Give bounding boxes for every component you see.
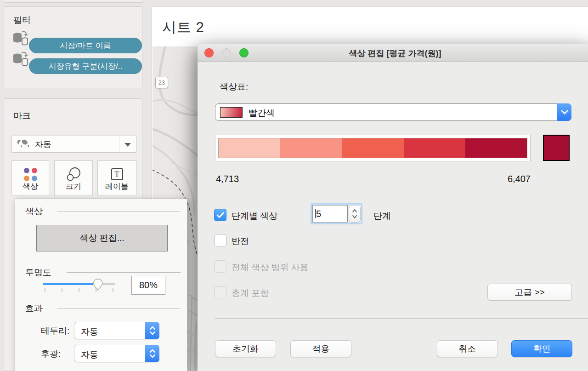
filter-shelf-title: 필터 bbox=[13, 14, 31, 26]
full-color-range-checkbox bbox=[214, 260, 226, 273]
opacity-slider-thumb[interactable] bbox=[93, 279, 103, 292]
slider-tick bbox=[79, 288, 79, 292]
popup-color-section-title: 색상 bbox=[25, 205, 43, 217]
ok-button[interactable]: 확인 bbox=[511, 340, 572, 357]
opacity-slider-fill bbox=[43, 283, 98, 285]
datasource-filter-icon bbox=[11, 51, 29, 68]
reversed-checkbox[interactable] bbox=[214, 234, 226, 246]
marks-color-label: 색상 bbox=[23, 181, 38, 192]
slider-tick bbox=[45, 288, 45, 292]
reversed-label: 반전 bbox=[232, 235, 249, 247]
stepped-color-checkbox[interactable] bbox=[214, 209, 226, 221]
mark-type-value: 자동 bbox=[35, 139, 51, 150]
ok-button-label: 확인 bbox=[533, 343, 551, 355]
color-options-popup: 색상 색상 편집... 투명도 80% 효과 테두리: 자동 후광: 자동 bbox=[15, 199, 187, 371]
slider-tick bbox=[62, 288, 62, 292]
sidebar-card-sliver bbox=[4, 0, 142, 3]
marks-label-label: 레이블 bbox=[105, 181, 129, 192]
dialog-titlebar[interactable]: 색상 편집 [평균 가격(원)] bbox=[198, 44, 588, 62]
divider bbox=[67, 272, 181, 273]
palette-label: 색상표: bbox=[220, 81, 248, 93]
stepped-color-label: 단계별 색상 bbox=[232, 210, 277, 222]
filter-pill-label: 시장유형 구분(시장/.. bbox=[49, 61, 123, 72]
apply-button[interactable]: 적용 bbox=[290, 340, 351, 357]
cancel-button[interactable]: 취소 bbox=[437, 340, 498, 357]
check-icon bbox=[216, 212, 224, 218]
sheet-title: 시트 2 bbox=[162, 18, 204, 37]
popup-opacity-section-title: 투명도 bbox=[25, 267, 51, 279]
dialog-title: 색상 편집 [평균 가격(원)] bbox=[198, 48, 588, 59]
filter-pill-label: 시장/마트 이름 bbox=[60, 40, 111, 51]
marks-color-button[interactable]: 색상 bbox=[11, 160, 49, 195]
border-effect-dropdown[interactable]: 자동 bbox=[74, 322, 159, 339]
chevron-down-icon bbox=[124, 143, 131, 147]
advanced-button[interactable]: 고급 >> bbox=[487, 284, 572, 301]
slider-tick bbox=[113, 288, 113, 292]
divider bbox=[57, 308, 181, 308]
ramp-min-value: 4,713 bbox=[216, 174, 239, 184]
ramp-max-value: 6,407 bbox=[455, 174, 531, 184]
size-circles-icon bbox=[55, 166, 92, 182]
popup-effects-section-title: 효과 bbox=[25, 303, 43, 314]
edit-colors-dialog: 색상 편집 [평균 가격(원)] 색상표: 빨간색 4,713 6,407 단계… bbox=[198, 44, 588, 371]
text-cursor bbox=[315, 209, 316, 218]
opacity-value: 80% bbox=[139, 280, 158, 291]
cancel-button-label: 취소 bbox=[459, 343, 476, 355]
datasource-filter-icon bbox=[11, 30, 29, 47]
gradient-bar[interactable] bbox=[218, 138, 527, 158]
marks-size-button[interactable]: 크기 bbox=[54, 160, 93, 195]
reset-button-label: 초기화 bbox=[232, 343, 259, 355]
route-shield-badge: 23 bbox=[155, 77, 168, 88]
palette-preview-swatch bbox=[220, 107, 243, 118]
marks-label-button[interactable]: T 레이블 bbox=[97, 160, 136, 195]
border-effect-value: 자동 bbox=[81, 326, 98, 338]
filter-shelf: 필터 시장/마트 이름 시장유형 구분(시장/.. bbox=[4, 6, 142, 88]
border-effect-label: 테두리: bbox=[41, 325, 69, 337]
opacity-value-box[interactable]: 80% bbox=[131, 276, 165, 295]
gradient-step bbox=[219, 138, 280, 158]
include-totals-label: 총계 포함 bbox=[232, 287, 269, 299]
palette-dropdown[interactable]: 빨간색 bbox=[215, 103, 571, 121]
stepper-chevrons-icon bbox=[145, 345, 159, 362]
mark-type-dropdown[interactable]: 자동 bbox=[11, 136, 136, 153]
gradient-step bbox=[465, 138, 527, 158]
steps-stepper[interactable] bbox=[349, 205, 361, 223]
filter-pill-market-name[interactable]: 시장/마트 이름 bbox=[29, 38, 142, 53]
steps-value: 5 bbox=[316, 209, 321, 219]
divider bbox=[215, 318, 588, 319]
halo-effect-dropdown[interactable]: 자동 bbox=[74, 345, 159, 362]
divider bbox=[119, 137, 119, 152]
steps-spinner: 5 bbox=[311, 203, 362, 224]
chevron-down-icon bbox=[557, 103, 571, 121]
opacity-slider[interactable] bbox=[43, 283, 115, 285]
marks-card-title: 마크 bbox=[13, 110, 31, 122]
slider-tick bbox=[96, 288, 96, 292]
text-label-icon: T bbox=[98, 166, 136, 182]
apply-button-label: 적용 bbox=[312, 343, 330, 355]
gradient-step bbox=[342, 138, 403, 158]
edit-colors-button-label: 색상 편집... bbox=[79, 232, 124, 244]
palette-value: 빨간색 bbox=[249, 107, 275, 119]
color-ramp-frame bbox=[215, 135, 531, 161]
edit-colors-button[interactable]: 색상 편집... bbox=[36, 225, 168, 251]
halo-effect-label: 후광: bbox=[41, 348, 61, 360]
halo-effect-value: 자동 bbox=[81, 349, 98, 361]
steps-unit-label: 단계 bbox=[373, 210, 391, 222]
color-dots-icon bbox=[12, 166, 49, 182]
advanced-button-label: 고급 >> bbox=[514, 286, 544, 298]
world-map-icon bbox=[17, 139, 31, 149]
current-color-swatch[interactable] bbox=[543, 135, 570, 161]
gradient-step bbox=[404, 138, 465, 158]
filter-pill-market-type[interactable]: 시장유형 구분(시장/.. bbox=[29, 58, 142, 74]
include-totals-checkbox bbox=[214, 286, 226, 298]
full-color-range-label: 전체 색상 범위 사용 bbox=[232, 262, 309, 274]
reset-button[interactable]: 초기화 bbox=[215, 340, 276, 357]
stepper-chevrons-icon bbox=[145, 322, 159, 339]
steps-input[interactable]: 5 bbox=[312, 205, 348, 223]
stepper-chevrons-icon bbox=[352, 208, 357, 220]
marks-size-label: 크기 bbox=[66, 181, 81, 192]
divider bbox=[57, 211, 181, 211]
gradient-step bbox=[280, 138, 342, 158]
